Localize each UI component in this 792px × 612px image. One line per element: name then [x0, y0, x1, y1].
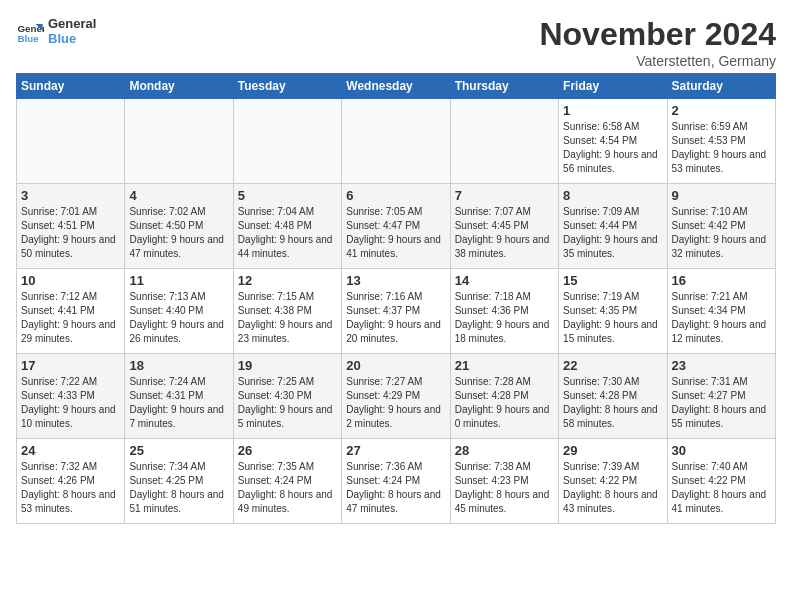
- calendar-cell: 9Sunrise: 7:10 AM Sunset: 4:42 PM Daylig…: [667, 184, 775, 269]
- day-info: Sunrise: 7:22 AM Sunset: 4:33 PM Dayligh…: [21, 375, 120, 431]
- calendar-cell: 29Sunrise: 7:39 AM Sunset: 4:22 PM Dayli…: [559, 439, 667, 524]
- calendar-cell: 2Sunrise: 6:59 AM Sunset: 4:53 PM Daylig…: [667, 99, 775, 184]
- weekday-header-saturday: Saturday: [667, 74, 775, 99]
- calendar-cell: [125, 99, 233, 184]
- calendar-cell: 30Sunrise: 7:40 AM Sunset: 4:22 PM Dayli…: [667, 439, 775, 524]
- day-number: 22: [563, 358, 662, 373]
- calendar-cell: 14Sunrise: 7:18 AM Sunset: 4:36 PM Dayli…: [450, 269, 558, 354]
- day-number: 8: [563, 188, 662, 203]
- month-title: November 2024: [539, 16, 776, 53]
- day-info: Sunrise: 7:16 AM Sunset: 4:37 PM Dayligh…: [346, 290, 445, 346]
- calendar-cell: 1Sunrise: 6:58 AM Sunset: 4:54 PM Daylig…: [559, 99, 667, 184]
- day-number: 17: [21, 358, 120, 373]
- calendar-cell: 5Sunrise: 7:04 AM Sunset: 4:48 PM Daylig…: [233, 184, 341, 269]
- calendar-cell: 23Sunrise: 7:31 AM Sunset: 4:27 PM Dayli…: [667, 354, 775, 439]
- calendar-cell: [450, 99, 558, 184]
- day-info: Sunrise: 7:30 AM Sunset: 4:28 PM Dayligh…: [563, 375, 662, 431]
- weekday-header-wednesday: Wednesday: [342, 74, 450, 99]
- day-info: Sunrise: 7:12 AM Sunset: 4:41 PM Dayligh…: [21, 290, 120, 346]
- calendar-cell: 20Sunrise: 7:27 AM Sunset: 4:29 PM Dayli…: [342, 354, 450, 439]
- day-number: 23: [672, 358, 771, 373]
- svg-text:Blue: Blue: [17, 33, 39, 44]
- day-info: Sunrise: 7:18 AM Sunset: 4:36 PM Dayligh…: [455, 290, 554, 346]
- logo: General Blue General Blue: [16, 16, 96, 46]
- day-number: 29: [563, 443, 662, 458]
- day-number: 3: [21, 188, 120, 203]
- calendar-cell: [17, 99, 125, 184]
- day-number: 10: [21, 273, 120, 288]
- location-subtitle: Vaterstetten, Germany: [539, 53, 776, 69]
- day-number: 7: [455, 188, 554, 203]
- calendar-cell: 4Sunrise: 7:02 AM Sunset: 4:50 PM Daylig…: [125, 184, 233, 269]
- calendar-week-2: 3Sunrise: 7:01 AM Sunset: 4:51 PM Daylig…: [17, 184, 776, 269]
- day-number: 28: [455, 443, 554, 458]
- day-number: 13: [346, 273, 445, 288]
- day-info: Sunrise: 7:35 AM Sunset: 4:24 PM Dayligh…: [238, 460, 337, 516]
- day-number: 4: [129, 188, 228, 203]
- day-number: 16: [672, 273, 771, 288]
- weekday-header-sunday: Sunday: [17, 74, 125, 99]
- calendar-cell: 10Sunrise: 7:12 AM Sunset: 4:41 PM Dayli…: [17, 269, 125, 354]
- day-info: Sunrise: 7:05 AM Sunset: 4:47 PM Dayligh…: [346, 205, 445, 261]
- day-info: Sunrise: 7:10 AM Sunset: 4:42 PM Dayligh…: [672, 205, 771, 261]
- day-info: Sunrise: 7:34 AM Sunset: 4:25 PM Dayligh…: [129, 460, 228, 516]
- day-info: Sunrise: 7:07 AM Sunset: 4:45 PM Dayligh…: [455, 205, 554, 261]
- weekday-header-row: SundayMondayTuesdayWednesdayThursdayFrid…: [17, 74, 776, 99]
- calendar-cell: 13Sunrise: 7:16 AM Sunset: 4:37 PM Dayli…: [342, 269, 450, 354]
- weekday-header-friday: Friday: [559, 74, 667, 99]
- calendar-cell: 22Sunrise: 7:30 AM Sunset: 4:28 PM Dayli…: [559, 354, 667, 439]
- calendar-cell: 16Sunrise: 7:21 AM Sunset: 4:34 PM Dayli…: [667, 269, 775, 354]
- day-info: Sunrise: 7:09 AM Sunset: 4:44 PM Dayligh…: [563, 205, 662, 261]
- logo-icon: General Blue: [16, 17, 44, 45]
- day-number: 2: [672, 103, 771, 118]
- calendar-cell: 19Sunrise: 7:25 AM Sunset: 4:30 PM Dayli…: [233, 354, 341, 439]
- day-number: 12: [238, 273, 337, 288]
- calendar-cell: 27Sunrise: 7:36 AM Sunset: 4:24 PM Dayli…: [342, 439, 450, 524]
- page-header: General Blue General Blue November 2024 …: [16, 16, 776, 69]
- day-number: 6: [346, 188, 445, 203]
- calendar-cell: [342, 99, 450, 184]
- day-number: 15: [563, 273, 662, 288]
- calendar-cell: 18Sunrise: 7:24 AM Sunset: 4:31 PM Dayli…: [125, 354, 233, 439]
- day-number: 14: [455, 273, 554, 288]
- day-info: Sunrise: 7:15 AM Sunset: 4:38 PM Dayligh…: [238, 290, 337, 346]
- day-info: Sunrise: 7:04 AM Sunset: 4:48 PM Dayligh…: [238, 205, 337, 261]
- day-info: Sunrise: 7:02 AM Sunset: 4:50 PM Dayligh…: [129, 205, 228, 261]
- day-number: 1: [563, 103, 662, 118]
- title-block: November 2024 Vaterstetten, Germany: [539, 16, 776, 69]
- weekday-header-tuesday: Tuesday: [233, 74, 341, 99]
- calendar-cell: 12Sunrise: 7:15 AM Sunset: 4:38 PM Dayli…: [233, 269, 341, 354]
- day-number: 19: [238, 358, 337, 373]
- day-number: 27: [346, 443, 445, 458]
- day-info: Sunrise: 6:58 AM Sunset: 4:54 PM Dayligh…: [563, 120, 662, 176]
- calendar-table: SundayMondayTuesdayWednesdayThursdayFrid…: [16, 73, 776, 524]
- calendar-cell: 25Sunrise: 7:34 AM Sunset: 4:25 PM Dayli…: [125, 439, 233, 524]
- calendar-cell: 21Sunrise: 7:28 AM Sunset: 4:28 PM Dayli…: [450, 354, 558, 439]
- day-info: Sunrise: 7:28 AM Sunset: 4:28 PM Dayligh…: [455, 375, 554, 431]
- day-info: Sunrise: 7:13 AM Sunset: 4:40 PM Dayligh…: [129, 290, 228, 346]
- day-info: Sunrise: 7:40 AM Sunset: 4:22 PM Dayligh…: [672, 460, 771, 516]
- calendar-cell: 15Sunrise: 7:19 AM Sunset: 4:35 PM Dayli…: [559, 269, 667, 354]
- calendar-cell: 3Sunrise: 7:01 AM Sunset: 4:51 PM Daylig…: [17, 184, 125, 269]
- day-info: Sunrise: 7:38 AM Sunset: 4:23 PM Dayligh…: [455, 460, 554, 516]
- day-number: 21: [455, 358, 554, 373]
- day-number: 24: [21, 443, 120, 458]
- day-number: 11: [129, 273, 228, 288]
- logo-line2: Blue: [48, 31, 96, 46]
- day-info: Sunrise: 7:21 AM Sunset: 4:34 PM Dayligh…: [672, 290, 771, 346]
- day-info: Sunrise: 7:27 AM Sunset: 4:29 PM Dayligh…: [346, 375, 445, 431]
- day-info: Sunrise: 7:32 AM Sunset: 4:26 PM Dayligh…: [21, 460, 120, 516]
- day-info: Sunrise: 6:59 AM Sunset: 4:53 PM Dayligh…: [672, 120, 771, 176]
- calendar-body: 1Sunrise: 6:58 AM Sunset: 4:54 PM Daylig…: [17, 99, 776, 524]
- day-info: Sunrise: 7:01 AM Sunset: 4:51 PM Dayligh…: [21, 205, 120, 261]
- calendar-cell: 24Sunrise: 7:32 AM Sunset: 4:26 PM Dayli…: [17, 439, 125, 524]
- weekday-header-thursday: Thursday: [450, 74, 558, 99]
- calendar-cell: 28Sunrise: 7:38 AM Sunset: 4:23 PM Dayli…: [450, 439, 558, 524]
- day-number: 5: [238, 188, 337, 203]
- logo-line1: General: [48, 16, 96, 31]
- day-number: 18: [129, 358, 228, 373]
- day-info: Sunrise: 7:19 AM Sunset: 4:35 PM Dayligh…: [563, 290, 662, 346]
- day-info: Sunrise: 7:24 AM Sunset: 4:31 PM Dayligh…: [129, 375, 228, 431]
- calendar-cell: [233, 99, 341, 184]
- calendar-cell: 26Sunrise: 7:35 AM Sunset: 4:24 PM Dayli…: [233, 439, 341, 524]
